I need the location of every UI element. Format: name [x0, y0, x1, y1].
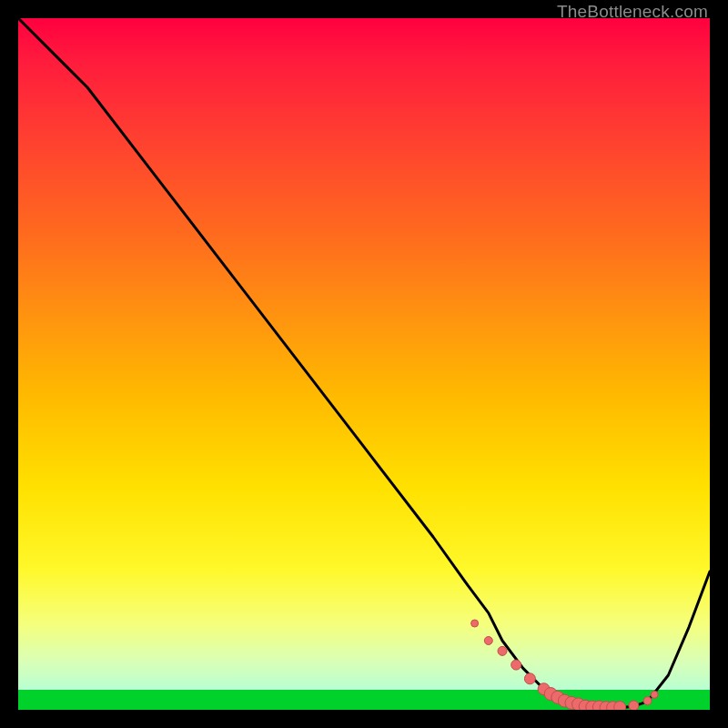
- valley-marker: [629, 701, 639, 710]
- valley-marker: [565, 696, 578, 709]
- watermark-text: TheBottleneck.com: [557, 2, 708, 22]
- valley-marker: [600, 702, 612, 710]
- valley-marker: [592, 701, 605, 710]
- valley-marker: [551, 691, 564, 703]
- valley-marker: [572, 698, 585, 710]
- valley-marker: [586, 701, 599, 710]
- valley-marker: [643, 697, 652, 705]
- gradient-bg: [18, 18, 710, 690]
- valley-marker: [614, 702, 626, 711]
- valley-marker: [607, 702, 620, 710]
- valley-marker: [651, 691, 658, 698]
- valley-marker: [579, 700, 592, 710]
- plot-area: [18, 18, 710, 710]
- valley-marker: [558, 694, 571, 707]
- chart-stage: TheBottleneck.com: [0, 0, 728, 728]
